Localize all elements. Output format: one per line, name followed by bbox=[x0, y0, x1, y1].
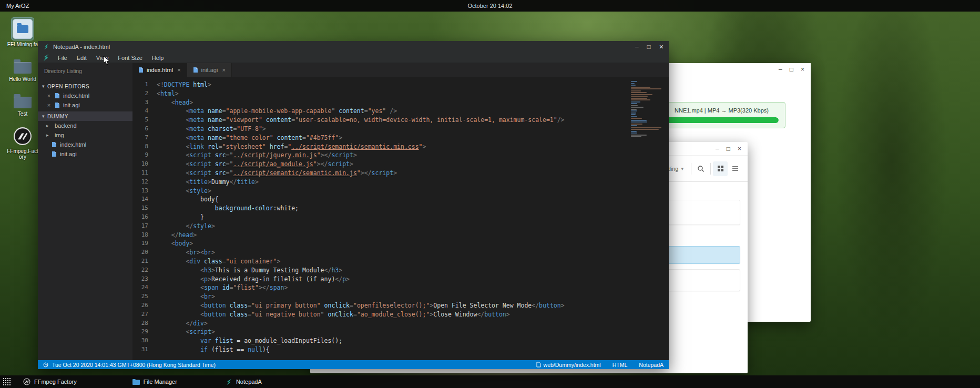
code-line: 16 } bbox=[132, 213, 669, 222]
clock-icon bbox=[43, 362, 48, 367]
minimap-line bbox=[631, 135, 647, 136]
menu-bar: FileEditViewFont SizeHelp bbox=[38, 53, 669, 63]
menu-view[interactable]: View bbox=[91, 53, 114, 63]
tree-item-img[interactable]: ▸img bbox=[38, 130, 132, 140]
minimap[interactable] bbox=[631, 81, 662, 138]
tree-item-backend[interactable]: ▸backend bbox=[38, 121, 132, 130]
taskbar-item-label: FFmpeg Factory bbox=[34, 379, 77, 385]
code-line: 30 var flist = ao_module_loadInputFiles(… bbox=[132, 336, 669, 345]
tab-index-html[interactable]: index.html× bbox=[132, 63, 187, 77]
grid-view-icon bbox=[717, 165, 724, 172]
open-editors-label: OPEN EDITORS bbox=[47, 84, 89, 89]
taskbar-item-file-manager[interactable]: File Manager bbox=[127, 375, 182, 388]
line-number: 30 bbox=[132, 336, 157, 345]
open-editors-section[interactable]: ▾ OPEN EDITORS bbox=[38, 81, 132, 91]
close-editor-icon[interactable]: × bbox=[46, 102, 52, 108]
grid-view-button[interactable] bbox=[713, 161, 728, 176]
chevron-right-icon: ▸ bbox=[46, 132, 52, 138]
sidebar: Directory Listing ▾ OPEN EDITORS ×index.… bbox=[38, 63, 132, 360]
desktop-icon-ffmpeg-factory[interactable]: FFmpeg.Factory bbox=[5, 126, 40, 160]
apps-grid-icon[interactable] bbox=[0, 375, 14, 388]
minimap-line bbox=[631, 96, 648, 97]
desktop-icon-test[interactable]: Test bbox=[5, 91, 40, 117]
open-editor-index-html[interactable]: ×index.html bbox=[38, 91, 132, 100]
code-line: 28 </div> bbox=[132, 319, 669, 328]
chevron-down-icon: ▾ bbox=[42, 114, 45, 119]
workspace-section[interactable]: ▾ DUMMY bbox=[38, 111, 132, 121]
line-number: 21 bbox=[132, 257, 157, 266]
close-tab-icon[interactable]: × bbox=[177, 67, 180, 73]
line-number: 29 bbox=[132, 328, 157, 336]
tree-item-label: index.html bbox=[60, 141, 86, 148]
list-view-button[interactable] bbox=[728, 161, 742, 176]
minimize-button[interactable]: – bbox=[779, 66, 782, 73]
tree-item-index-html[interactable]: index.html bbox=[38, 140, 132, 149]
status-bar: Tue Oct 20 2020 14:01:43 GMT+0800 (Hong … bbox=[38, 360, 669, 369]
taskbar: FFmpeg FactoryFile ManagerNotepadA bbox=[0, 375, 980, 388]
menu-edit[interactable]: Edit bbox=[72, 53, 91, 63]
ffmpeg-factory-icon bbox=[23, 378, 30, 385]
status-language[interactable]: HTML bbox=[612, 362, 628, 368]
code-editor[interactable]: 1<!DOCTYPE html>2<html>3 <head>4 <meta n… bbox=[132, 77, 669, 360]
line-number: 3 bbox=[132, 98, 157, 107]
notepad-window[interactable]: NotepadA - index.html – □ × FileEditView… bbox=[38, 41, 669, 369]
taskbar-item-notepada[interactable]: NotepadA bbox=[220, 375, 267, 388]
code-line: 26 <button class="ui primary button" onc… bbox=[132, 301, 669, 310]
desktop: My ArOZ October 20 14:02 FFLMining.faHel… bbox=[0, 0, 980, 388]
code-line: 12 <title>Dummy</title> bbox=[132, 178, 669, 187]
menu-help[interactable]: Help bbox=[147, 53, 169, 63]
notepad-titlebar: NotepadA - index.html – □ × bbox=[38, 41, 669, 53]
minimize-button[interactable]: – bbox=[716, 146, 719, 152]
minimap-line bbox=[631, 94, 652, 95]
tree-item-init-agi[interactable]: init.agi bbox=[38, 149, 132, 159]
minimap-line bbox=[631, 109, 637, 110]
search-button[interactable] bbox=[693, 161, 708, 176]
maximize-button[interactable]: □ bbox=[790, 66, 793, 73]
app-tile-icon bbox=[12, 18, 34, 40]
menu-font-size[interactable]: Font Size bbox=[113, 53, 147, 63]
close-button[interactable]: × bbox=[738, 146, 741, 152]
line-number: 16 bbox=[132, 213, 157, 222]
code-line: 19 <body> bbox=[132, 239, 669, 248]
close-button[interactable]: × bbox=[659, 44, 663, 50]
minimap-line bbox=[631, 99, 650, 100]
code-line: 1<!DOCTYPE html> bbox=[132, 80, 669, 89]
maximize-button[interactable]: □ bbox=[647, 44, 651, 50]
line-number: 12 bbox=[132, 178, 157, 187]
desktop-icon-hello-world[interactable]: Hello World bbox=[5, 56, 40, 82]
chevron-down-icon: ▾ bbox=[42, 84, 45, 89]
open-editor-label: index.html bbox=[63, 93, 89, 99]
file-icon bbox=[193, 67, 198, 73]
tab-init-agi[interactable]: init.agi× bbox=[187, 63, 232, 77]
minimap-line bbox=[631, 120, 647, 121]
desktop-icons: FFLMining.faHello WorldTestFFmpeg.Factor… bbox=[4, 18, 41, 160]
status-appname: NotepadA bbox=[639, 362, 663, 368]
code-line: 20 <br><br> bbox=[132, 248, 669, 257]
close-button[interactable]: × bbox=[801, 66, 804, 73]
line-number: 17 bbox=[132, 222, 157, 231]
line-number: 19 bbox=[132, 239, 157, 248]
close-editor-icon[interactable]: × bbox=[46, 93, 52, 99]
menu-file[interactable]: File bbox=[53, 53, 72, 63]
sidebar-title: Directory Listing bbox=[38, 63, 132, 81]
maximize-button[interactable]: □ bbox=[727, 146, 730, 152]
code-line: 2<html> bbox=[132, 89, 669, 98]
minimap-line bbox=[631, 103, 637, 104]
line-number: 31 bbox=[132, 345, 157, 354]
minimap-line bbox=[631, 85, 636, 86]
minimap-line bbox=[631, 118, 642, 119]
close-tab-icon[interactable]: × bbox=[222, 67, 225, 73]
file-icon bbox=[55, 102, 60, 108]
minimize-button[interactable]: – bbox=[635, 44, 639, 50]
desktop-icon-label: Hello World bbox=[9, 76, 36, 82]
open-editor-init-agi[interactable]: ×init.agi bbox=[38, 100, 132, 110]
minimap-line bbox=[631, 129, 659, 130]
desktop-icon-fflmining[interactable]: FFLMining.fa bbox=[5, 18, 40, 47]
desktop-icon-label: FFmpeg.Factory bbox=[6, 148, 39, 160]
line-number: 24 bbox=[132, 283, 157, 292]
minimap-line bbox=[631, 124, 642, 125]
clock: October 20 14:02 bbox=[467, 3, 512, 9]
code-line: 4 <meta name="apple-mobile-web-app-capab… bbox=[132, 107, 669, 116]
taskbar-item-ffmpeg-factory[interactable]: FFmpeg Factory bbox=[18, 375, 82, 388]
system-menu[interactable]: My ArOZ bbox=[0, 3, 35, 9]
